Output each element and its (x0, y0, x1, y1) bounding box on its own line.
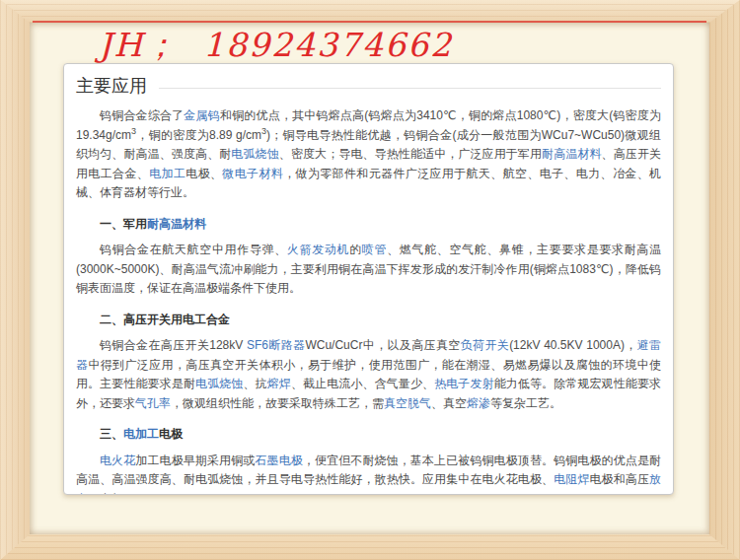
text-run: 钨铜合金在航天航空中用作导弹、 (100, 243, 287, 256)
inline-link[interactable]: 热电子发射 (434, 377, 494, 390)
body-paragraph: 钨铜合金在航天航空中用作导弹、火箭发动机的喷管、燃气舵、空气舵、鼻锥，主要要求是… (76, 241, 661, 299)
text-run: 、密度大；导电、导热性能适中，广泛应用于军用 (279, 147, 542, 161)
section-heading: 三、电加工电极 (76, 425, 661, 445)
text-run: 电极、 (185, 167, 222, 180)
text-run: 加工电极早期采用铜或 (135, 454, 255, 467)
inline-link[interactable]: 喷管 (362, 243, 387, 256)
body-paragraph: 钨铜合金综合了金属钨和铜的优点，其中钨熔点高(钨熔点为3410℃，铜的熔点108… (76, 106, 661, 203)
inline-link[interactable]: 电弧烧蚀 (195, 377, 243, 390)
watermark-text: JH； 18924374662 (99, 24, 453, 68)
article-card: 主要应用 钨铜合金综合了金属钨和铜的优点，其中钨熔点高(钨熔点为3410℃，铜的… (63, 63, 674, 495)
text-run: 、真空 (431, 396, 467, 410)
inline-link[interactable]: 电加工 (123, 427, 159, 441)
inline-link[interactable]: 石墨电极 (255, 454, 302, 467)
frame-edge-left (0, 0, 30, 560)
text-run: 、截止电流小、含气量少、 (291, 377, 434, 390)
inline-link[interactable]: 熔焊 (267, 377, 291, 390)
inline-link[interactable]: 耐高温材料 (542, 147, 602, 161)
page-title: 主要应用 (76, 74, 147, 98)
text-run: ，微观组织性能，故要采取特殊工艺，需 (171, 396, 384, 410)
inline-link[interactable]: 火箭发动机 (287, 243, 349, 256)
inline-link[interactable]: 微电子材料 (222, 167, 283, 180)
section-heading: 一、军用耐高温材料 (76, 215, 661, 235)
text-run: WCu/CuCr中，以及高压真空 (305, 338, 460, 352)
text-run: 二、高压开关用电工合金 (100, 313, 230, 326)
text-run: ，铜的密度为8.89 g/cm (136, 128, 261, 142)
inline-link[interactable]: 电火花 (100, 454, 135, 467)
text-run: (12kV 40.5KV 1000A)， (509, 338, 637, 352)
text-run: 钨铜合金综合了 (100, 108, 184, 122)
text-run: 钨铜合金在高压开关128kV (100, 338, 247, 352)
inline-link[interactable]: 气孔率 (135, 396, 171, 410)
inline-link[interactable]: 耐高温材料 (147, 217, 206, 231)
text-run: 等复杂工艺。 (490, 396, 561, 410)
frame-edge-top (0, 0, 740, 23)
body-paragraph: 钨铜合金在高压开关128kV SF6断路器WCu/CuCr中，以及高压真空负荷开… (76, 336, 661, 413)
inline-link[interactable]: 电弧烧蚀 (231, 147, 278, 161)
inline-link[interactable]: SF6断路器 (247, 338, 305, 352)
text-run: 电极 (159, 427, 183, 441)
title-row: 主要应用 (76, 69, 661, 100)
text-run: 的 (349, 243, 362, 256)
text-run: 电极。 (100, 492, 135, 496)
text-run: 、抗 (243, 377, 266, 390)
section-heading: 二、高压开关用电工合金 (76, 311, 661, 330)
title-divider (159, 88, 661, 89)
inline-link[interactable]: 熔渗 (467, 396, 490, 410)
inline-link[interactable]: 电阻焊 (554, 472, 589, 486)
text-run: 电极和高压 (589, 472, 649, 486)
frame-edge-bottom (0, 534, 740, 560)
article-body: 钨铜合金综合了金属钨和铜的优点，其中钨熔点高(钨熔点为3410℃，铜的熔点108… (76, 106, 661, 495)
inline-link[interactable]: 金属钨 (184, 108, 220, 122)
body-paragraph: 电火花加工电极早期采用铜或石墨电极，便宜但不耐烧蚀，基本上已被钨铜电极顶替。钨铜… (76, 452, 661, 496)
text-run: 三、 (100, 427, 123, 441)
inline-link[interactable]: 电加工 (149, 167, 185, 180)
frame-edge-right (709, 0, 740, 560)
inline-link[interactable]: 负荷开关 (461, 338, 509, 352)
inline-link[interactable]: 真空脱气 (384, 396, 431, 410)
text-run: 一、军用 (100, 217, 147, 231)
top-accent-line (33, 21, 706, 23)
